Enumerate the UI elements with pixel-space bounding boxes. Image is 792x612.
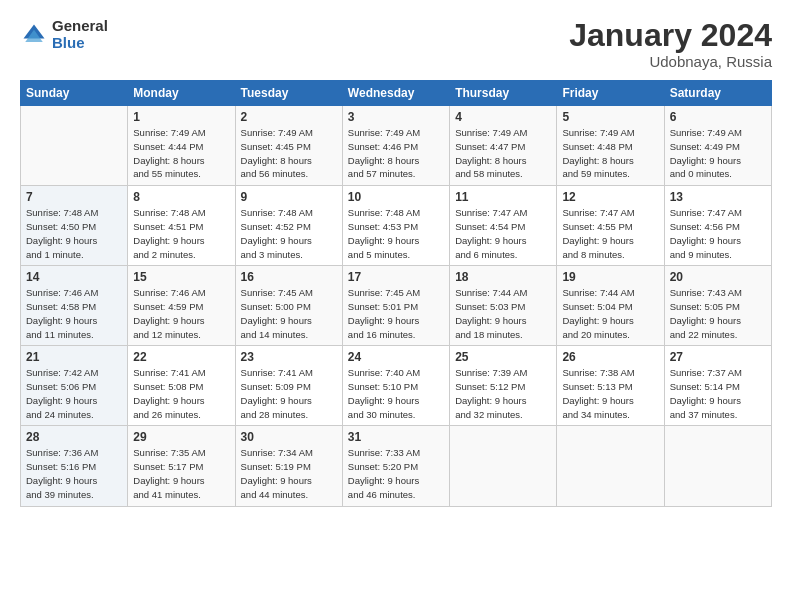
day-cell bbox=[450, 426, 557, 506]
day-cell bbox=[664, 426, 771, 506]
day-cell: 1Sunrise: 7:49 AM Sunset: 4:44 PM Daylig… bbox=[128, 106, 235, 186]
day-cell: 3Sunrise: 7:49 AM Sunset: 4:46 PM Daylig… bbox=[342, 106, 449, 186]
day-info: Sunrise: 7:48 AM Sunset: 4:51 PM Dayligh… bbox=[133, 206, 229, 261]
day-cell: 22Sunrise: 7:41 AM Sunset: 5:08 PM Dayli… bbox=[128, 346, 235, 426]
page: General Blue January 2024 Udobnaya, Russ… bbox=[0, 0, 792, 612]
day-info: Sunrise: 7:38 AM Sunset: 5:13 PM Dayligh… bbox=[562, 366, 658, 421]
day-number: 17 bbox=[348, 270, 444, 284]
day-info: Sunrise: 7:47 AM Sunset: 4:54 PM Dayligh… bbox=[455, 206, 551, 261]
logo-icon bbox=[20, 21, 48, 49]
day-cell: 14Sunrise: 7:46 AM Sunset: 4:58 PM Dayli… bbox=[21, 266, 128, 346]
day-cell: 11Sunrise: 7:47 AM Sunset: 4:54 PM Dayli… bbox=[450, 186, 557, 266]
day-number: 5 bbox=[562, 110, 658, 124]
day-number: 28 bbox=[26, 430, 122, 444]
day-number: 20 bbox=[670, 270, 766, 284]
day-info: Sunrise: 7:39 AM Sunset: 5:12 PM Dayligh… bbox=[455, 366, 551, 421]
day-info: Sunrise: 7:49 AM Sunset: 4:45 PM Dayligh… bbox=[241, 126, 337, 181]
day-cell: 21Sunrise: 7:42 AM Sunset: 5:06 PM Dayli… bbox=[21, 346, 128, 426]
col-tuesday: Tuesday bbox=[235, 81, 342, 106]
day-info: Sunrise: 7:47 AM Sunset: 4:55 PM Dayligh… bbox=[562, 206, 658, 261]
day-number: 8 bbox=[133, 190, 229, 204]
calendar-title: January 2024 bbox=[569, 18, 772, 53]
day-number: 21 bbox=[26, 350, 122, 364]
day-number: 15 bbox=[133, 270, 229, 284]
col-friday: Friday bbox=[557, 81, 664, 106]
week-row-2: 14Sunrise: 7:46 AM Sunset: 4:58 PM Dayli… bbox=[21, 266, 772, 346]
day-cell: 4Sunrise: 7:49 AM Sunset: 4:47 PM Daylig… bbox=[450, 106, 557, 186]
day-number: 11 bbox=[455, 190, 551, 204]
header-row: Sunday Monday Tuesday Wednesday Thursday… bbox=[21, 81, 772, 106]
day-cell: 16Sunrise: 7:45 AM Sunset: 5:00 PM Dayli… bbox=[235, 266, 342, 346]
day-number: 30 bbox=[241, 430, 337, 444]
day-info: Sunrise: 7:45 AM Sunset: 5:00 PM Dayligh… bbox=[241, 286, 337, 341]
day-info: Sunrise: 7:44 AM Sunset: 5:03 PM Dayligh… bbox=[455, 286, 551, 341]
week-row-1: 7Sunrise: 7:48 AM Sunset: 4:50 PM Daylig… bbox=[21, 186, 772, 266]
day-cell: 26Sunrise: 7:38 AM Sunset: 5:13 PM Dayli… bbox=[557, 346, 664, 426]
title-block: January 2024 Udobnaya, Russia bbox=[569, 18, 772, 70]
day-number: 27 bbox=[670, 350, 766, 364]
day-number: 26 bbox=[562, 350, 658, 364]
day-info: Sunrise: 7:34 AM Sunset: 5:19 PM Dayligh… bbox=[241, 446, 337, 501]
day-number: 14 bbox=[26, 270, 122, 284]
day-info: Sunrise: 7:41 AM Sunset: 5:08 PM Dayligh… bbox=[133, 366, 229, 421]
day-info: Sunrise: 7:49 AM Sunset: 4:46 PM Dayligh… bbox=[348, 126, 444, 181]
day-cell: 15Sunrise: 7:46 AM Sunset: 4:59 PM Dayli… bbox=[128, 266, 235, 346]
day-number: 22 bbox=[133, 350, 229, 364]
day-cell: 6Sunrise: 7:49 AM Sunset: 4:49 PM Daylig… bbox=[664, 106, 771, 186]
day-info: Sunrise: 7:46 AM Sunset: 4:59 PM Dayligh… bbox=[133, 286, 229, 341]
day-number: 13 bbox=[670, 190, 766, 204]
day-cell: 24Sunrise: 7:40 AM Sunset: 5:10 PM Dayli… bbox=[342, 346, 449, 426]
day-cell: 8Sunrise: 7:48 AM Sunset: 4:51 PM Daylig… bbox=[128, 186, 235, 266]
day-cell: 2Sunrise: 7:49 AM Sunset: 4:45 PM Daylig… bbox=[235, 106, 342, 186]
day-info: Sunrise: 7:49 AM Sunset: 4:48 PM Dayligh… bbox=[562, 126, 658, 181]
day-cell: 25Sunrise: 7:39 AM Sunset: 5:12 PM Dayli… bbox=[450, 346, 557, 426]
calendar-subtitle: Udobnaya, Russia bbox=[569, 53, 772, 70]
logo-blue: Blue bbox=[52, 35, 108, 52]
day-info: Sunrise: 7:43 AM Sunset: 5:05 PM Dayligh… bbox=[670, 286, 766, 341]
week-row-3: 21Sunrise: 7:42 AM Sunset: 5:06 PM Dayli… bbox=[21, 346, 772, 426]
week-row-0: 1Sunrise: 7:49 AM Sunset: 4:44 PM Daylig… bbox=[21, 106, 772, 186]
day-info: Sunrise: 7:33 AM Sunset: 5:20 PM Dayligh… bbox=[348, 446, 444, 501]
col-monday: Monday bbox=[128, 81, 235, 106]
day-info: Sunrise: 7:48 AM Sunset: 4:52 PM Dayligh… bbox=[241, 206, 337, 261]
col-wednesday: Wednesday bbox=[342, 81, 449, 106]
day-number: 16 bbox=[241, 270, 337, 284]
day-cell: 19Sunrise: 7:44 AM Sunset: 5:04 PM Dayli… bbox=[557, 266, 664, 346]
day-cell: 23Sunrise: 7:41 AM Sunset: 5:09 PM Dayli… bbox=[235, 346, 342, 426]
day-info: Sunrise: 7:48 AM Sunset: 4:53 PM Dayligh… bbox=[348, 206, 444, 261]
logo-general: General bbox=[52, 18, 108, 35]
day-number: 9 bbox=[241, 190, 337, 204]
day-number: 1 bbox=[133, 110, 229, 124]
day-info: Sunrise: 7:45 AM Sunset: 5:01 PM Dayligh… bbox=[348, 286, 444, 341]
col-saturday: Saturday bbox=[664, 81, 771, 106]
day-cell: 27Sunrise: 7:37 AM Sunset: 5:14 PM Dayli… bbox=[664, 346, 771, 426]
day-cell: 30Sunrise: 7:34 AM Sunset: 5:19 PM Dayli… bbox=[235, 426, 342, 506]
day-cell bbox=[21, 106, 128, 186]
day-cell: 29Sunrise: 7:35 AM Sunset: 5:17 PM Dayli… bbox=[128, 426, 235, 506]
day-number: 18 bbox=[455, 270, 551, 284]
day-info: Sunrise: 7:40 AM Sunset: 5:10 PM Dayligh… bbox=[348, 366, 444, 421]
day-number: 25 bbox=[455, 350, 551, 364]
logo: General Blue bbox=[20, 18, 108, 51]
day-number: 6 bbox=[670, 110, 766, 124]
calendar-table: Sunday Monday Tuesday Wednesday Thursday… bbox=[20, 80, 772, 506]
day-cell: 28Sunrise: 7:36 AM Sunset: 5:16 PM Dayli… bbox=[21, 426, 128, 506]
day-cell: 18Sunrise: 7:44 AM Sunset: 5:03 PM Dayli… bbox=[450, 266, 557, 346]
day-cell: 10Sunrise: 7:48 AM Sunset: 4:53 PM Dayli… bbox=[342, 186, 449, 266]
day-cell: 20Sunrise: 7:43 AM Sunset: 5:05 PM Dayli… bbox=[664, 266, 771, 346]
day-info: Sunrise: 7:49 AM Sunset: 4:44 PM Dayligh… bbox=[133, 126, 229, 181]
day-number: 4 bbox=[455, 110, 551, 124]
day-info: Sunrise: 7:49 AM Sunset: 4:49 PM Dayligh… bbox=[670, 126, 766, 181]
week-row-4: 28Sunrise: 7:36 AM Sunset: 5:16 PM Dayli… bbox=[21, 426, 772, 506]
day-info: Sunrise: 7:35 AM Sunset: 5:17 PM Dayligh… bbox=[133, 446, 229, 501]
day-info: Sunrise: 7:41 AM Sunset: 5:09 PM Dayligh… bbox=[241, 366, 337, 421]
day-number: 2 bbox=[241, 110, 337, 124]
logo-text: General Blue bbox=[52, 18, 108, 51]
day-cell: 7Sunrise: 7:48 AM Sunset: 4:50 PM Daylig… bbox=[21, 186, 128, 266]
day-cell: 13Sunrise: 7:47 AM Sunset: 4:56 PM Dayli… bbox=[664, 186, 771, 266]
day-number: 7 bbox=[26, 190, 122, 204]
day-number: 12 bbox=[562, 190, 658, 204]
day-number: 10 bbox=[348, 190, 444, 204]
col-sunday: Sunday bbox=[21, 81, 128, 106]
day-info: Sunrise: 7:48 AM Sunset: 4:50 PM Dayligh… bbox=[26, 206, 122, 261]
